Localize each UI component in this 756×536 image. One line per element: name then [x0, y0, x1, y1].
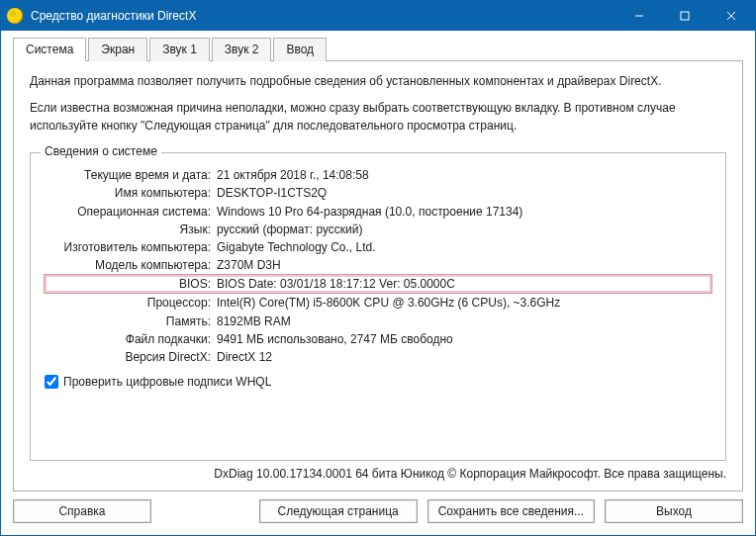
info-value: DirectX 12	[217, 349, 272, 365]
info-value: BIOS Date: 03/01/18 18:17:12 Ver: 05.000…	[217, 276, 455, 292]
info-key: Версия DirectX:	[45, 349, 217, 365]
info-key: Изготовитель компьютера:	[45, 239, 217, 255]
info-row: Файл подкачки:9491 МБ использовано, 2747…	[45, 331, 711, 347]
info-key: Процессор:	[45, 295, 217, 311]
whql-checkbox[interactable]	[45, 375, 58, 389]
titlebar[interactable]: Средство диагностики DirectX	[1, 1, 755, 31]
button-bar: Справка Следующая страница Сохранить все…	[13, 499, 743, 523]
footer-text: DxDiag 10.00.17134.0001 64 бита Юникод ©…	[30, 467, 726, 481]
tab-strip: СистемаЭкранЗвук 1Звук 2Ввод	[13, 37, 743, 60]
tab-3[interactable]: Звук 2	[212, 38, 272, 61]
info-row: Имя компьютера:DESKTOP-I1CTS2Q	[45, 185, 711, 201]
intro-line-1: Данная программа позволяет получить подр…	[30, 73, 726, 90]
info-key: BIOS:	[45, 276, 217, 292]
info-row: BIOS:BIOS Date: 03/01/18 18:17:12 Ver: 0…	[45, 275, 711, 293]
info-key: Язык:	[45, 222, 217, 237]
info-key: Память:	[45, 313, 217, 329]
info-row: Операционная система:Windows 10 Pro 64-р…	[45, 204, 711, 220]
info-key: Модель компьютера:	[45, 257, 217, 273]
maximize-button[interactable]	[662, 1, 708, 31]
info-row: Память:8192MB RAM	[45, 313, 711, 329]
info-value: Z370M D3H	[217, 257, 281, 273]
info-row: Модель компьютера:Z370M D3H	[45, 257, 711, 273]
info-value: русский (формат: русский)	[217, 222, 363, 237]
system-info-list: Текущие время и дата:21 октября 2018 г.,…	[45, 167, 711, 365]
info-row: Текущие время и дата:21 октября 2018 г.,…	[45, 167, 711, 183]
save-all-button[interactable]: Сохранить все сведения...	[427, 499, 595, 523]
dxdiag-window: Средство диагностики DirectX СистемаЭкра…	[0, 0, 756, 536]
system-info-group: Сведения о системе Текущие время и дата:…	[30, 152, 726, 461]
info-value: Intel(R) Core(TM) i5-8600K CPU @ 3.60GHz…	[217, 295, 560, 311]
client-area: СистемаЭкранЗвук 1Звук 2Ввод Данная прог…	[1, 31, 755, 535]
info-value: Windows 10 Pro 64-разрядная (10.0, постр…	[217, 204, 522, 220]
info-key: Операционная система:	[45, 204, 217, 220]
info-row: Процессор:Intel(R) Core(TM) i5-8600K CPU…	[45, 295, 711, 311]
minimize-button[interactable]	[616, 1, 662, 31]
window-title: Средство диагностики DirectX	[31, 9, 196, 23]
info-key: Текущие время и дата:	[45, 167, 217, 183]
intro-text: Данная программа позволяет получить подр…	[30, 73, 726, 144]
info-value: 21 октября 2018 г., 14:08:58	[217, 167, 369, 183]
info-value: Gigabyte Technology Co., Ltd.	[217, 239, 376, 255]
tab-0[interactable]: Система	[13, 38, 86, 61]
next-page-button[interactable]: Следующая страница	[259, 499, 418, 523]
info-value: DESKTOP-I1CTS2Q	[217, 185, 327, 201]
tab-4[interactable]: Ввод	[273, 38, 327, 61]
info-row: Версия DirectX:DirectX 12	[45, 349, 711, 365]
tab-1[interactable]: Экран	[88, 38, 147, 61]
right-button-group: Следующая страница Сохранить все сведени…	[259, 499, 743, 523]
app-icon	[7, 8, 23, 24]
whql-label[interactable]: Проверить цифровые подписи WHQL	[63, 375, 271, 389]
help-button[interactable]: Справка	[13, 499, 151, 523]
exit-button[interactable]: Выход	[605, 499, 743, 523]
tab-system: Данная программа позволяет получить подр…	[13, 60, 743, 491]
info-key: Файл подкачки:	[45, 331, 217, 347]
window-buttons	[616, 1, 755, 31]
svg-rect-1	[681, 12, 689, 20]
info-value: 9491 МБ использовано, 2747 МБ свободно	[217, 331, 453, 347]
tab-2[interactable]: Звук 1	[149, 38, 210, 61]
spacer	[151, 499, 259, 523]
close-button[interactable]	[708, 1, 755, 31]
info-value: 8192MB RAM	[217, 313, 291, 329]
group-legend: Сведения о системе	[41, 144, 161, 158]
intro-line-2: Если известна возможная причина неполадк…	[30, 100, 726, 134]
whql-row: Проверить цифровые подписи WHQL	[45, 375, 711, 389]
info-key: Имя компьютера:	[45, 185, 217, 201]
info-row: Язык:русский (формат: русский)	[45, 222, 711, 237]
info-row: Изготовитель компьютера:Gigabyte Technol…	[45, 239, 711, 255]
